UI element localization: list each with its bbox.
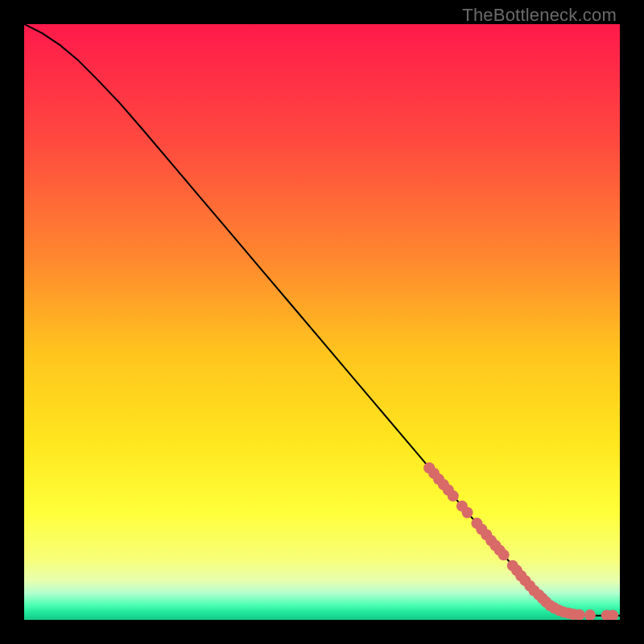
gradient-background: [24, 24, 620, 620]
watermark-text: TheBottleneck.com: [462, 5, 617, 26]
chart-svg: [24, 24, 620, 620]
data-marker: [498, 549, 510, 560]
data-marker: [462, 507, 473, 518]
data-marker: [448, 490, 459, 502]
chart-frame: [24, 24, 620, 620]
